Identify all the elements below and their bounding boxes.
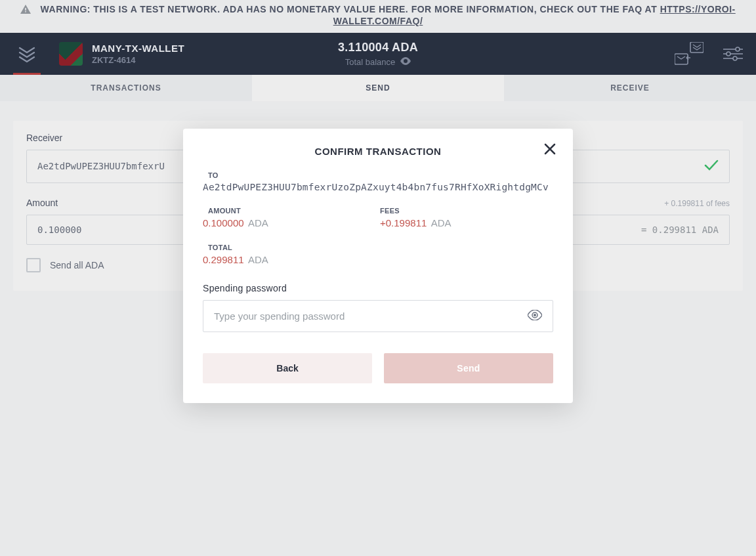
amount-value: 0.100000 xyxy=(37,225,81,235)
amount-unit: ADA xyxy=(248,217,268,228)
eye-icon[interactable] xyxy=(528,310,542,322)
warning-icon xyxy=(20,5,31,16)
password-label: Spending password xyxy=(203,283,553,293)
fees-hint: + 0.199811 of fees xyxy=(664,199,730,208)
warning-bar: WARNING: THIS IS A TEST NETWORK. ADA HAS… xyxy=(0,0,756,33)
tab-transactions[interactable]: TRANSACTIONS xyxy=(0,75,252,101)
total-unit: ADA xyxy=(248,254,268,265)
tab-send[interactable]: SEND xyxy=(252,75,504,101)
send-all-label: Send all ADA xyxy=(50,260,104,270)
total-value-modal: 0.299811 xyxy=(203,254,244,265)
warning-text: WARNING: THIS IS A TEST NETWORK. ADA HAS… xyxy=(41,4,660,14)
balance-value: 3.110004 ADA xyxy=(338,41,418,54)
wallet-id: ZKTZ-4614 xyxy=(92,55,184,65)
svg-point-5 xyxy=(736,47,740,51)
receiver-value: Ae2tdPwUPEZ3HUU7bmfexrU xyxy=(37,161,165,171)
password-input[interactable]: Type your spending password xyxy=(203,300,553,332)
password-placeholder: Type your spending password xyxy=(214,310,345,322)
settings-icon[interactable] xyxy=(723,47,743,61)
svg-point-7 xyxy=(726,52,730,56)
confirm-transaction-modal: CONFIRM TRANSACTION TO Ae2tdPwUPEZ3HUU7b… xyxy=(183,129,573,403)
tabs: TRANSACTIONS SEND RECEIVE xyxy=(0,75,756,101)
svg-point-9 xyxy=(733,56,737,60)
tab-receive[interactable]: RECEIVE xyxy=(504,75,756,101)
svg-point-10 xyxy=(534,314,536,316)
balance-block: 3.110004 ADA Total balance xyxy=(338,41,418,67)
total-hint: = 0.299811 ADA xyxy=(641,225,719,235)
fees-unit: ADA xyxy=(431,217,452,228)
to-label: TO xyxy=(208,171,553,179)
svg-rect-0 xyxy=(25,8,26,11)
amount-label-modal: AMOUNT xyxy=(208,207,341,215)
app-logo[interactable] xyxy=(13,40,41,68)
header: MANY-TX-WALLET ZKTZ-4614 3.110004 ADA To… xyxy=(0,33,756,75)
back-button[interactable]: Back xyxy=(203,353,372,383)
amount-label: Amount xyxy=(26,198,58,208)
balance-label: Total balance xyxy=(345,57,396,67)
logo-active-indicator xyxy=(13,73,41,75)
wallet-avatar xyxy=(59,42,83,66)
fees-label-modal: FEES xyxy=(380,207,452,215)
send-all-checkbox[interactable] xyxy=(26,258,41,272)
amount-value-modal: 0.100000 xyxy=(203,217,244,228)
transfer-icon[interactable] xyxy=(675,42,704,66)
to-address: Ae2tdPwUPEZ3HUU7bmfexrUzoZpAZxuyt4b4bn7f… xyxy=(203,182,553,192)
wallet-name: MANY-TX-WALLET xyxy=(92,43,184,54)
wallet-selector[interactable]: MANY-TX-WALLET ZKTZ-4614 xyxy=(59,42,184,66)
close-icon[interactable] xyxy=(544,143,556,158)
svg-rect-1 xyxy=(25,11,26,12)
check-icon xyxy=(704,160,719,173)
send-button[interactable]: Send xyxy=(384,353,553,383)
total-label-modal: TOTAL xyxy=(208,244,553,251)
fees-value-modal: +0.199811 xyxy=(380,217,427,228)
eye-icon[interactable] xyxy=(400,57,411,67)
modal-title: CONFIRM TRANSACTION xyxy=(203,146,553,157)
